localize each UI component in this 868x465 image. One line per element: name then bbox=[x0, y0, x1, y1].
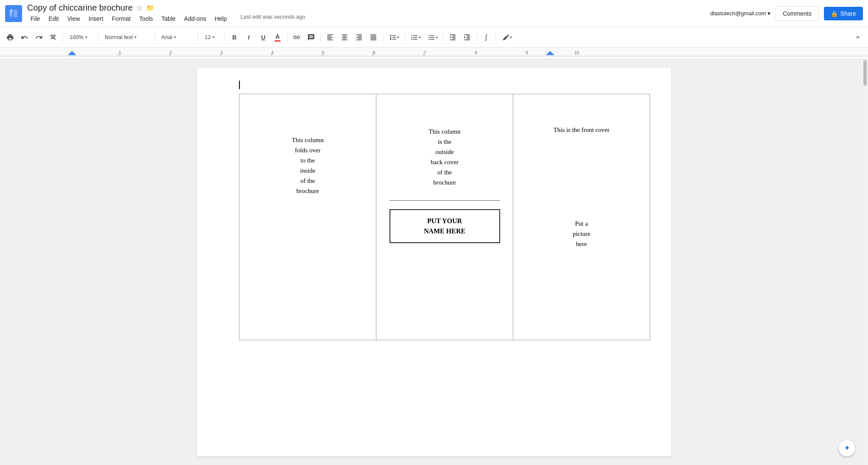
user-email[interactable]: dlastutech@gmail.com ▾ bbox=[710, 10, 771, 17]
col1-text: This columnfolds overto theinsideof theb… bbox=[292, 135, 323, 196]
formula-button[interactable]: ∫ bbox=[479, 31, 493, 44]
doc-title-area: Copy of chiccarine brochure ☆ 📁 File Edi… bbox=[27, 3, 710, 24]
svg-marker-6 bbox=[68, 51, 76, 55]
underline-button[interactable]: U bbox=[256, 31, 270, 44]
separator-2 bbox=[98, 32, 98, 42]
scrollbar[interactable] bbox=[862, 59, 868, 465]
paint-format-button[interactable] bbox=[47, 31, 60, 44]
svg-text:≡: ≡ bbox=[10, 13, 12, 18]
name-box[interactable]: PUT YOURNAME HERE bbox=[389, 209, 500, 243]
col3-picture-text: Put apicturehere bbox=[520, 218, 643, 249]
redo-button[interactable] bbox=[32, 31, 46, 44]
scrollbar-thumb[interactable] bbox=[863, 60, 867, 86]
separator-4 bbox=[198, 32, 198, 42]
col1-text-block: This columnfolds overto theinsideof theb… bbox=[246, 101, 369, 196]
col3-front-cover-text: This is the front cover bbox=[520, 126, 643, 134]
drawing-button[interactable]: ▾ bbox=[498, 31, 515, 44]
expand-button[interactable] bbox=[851, 31, 865, 44]
zoom-dropdown[interactable]: 100% ▾ bbox=[66, 31, 95, 44]
save-status: Last edit was seconds ago bbox=[240, 14, 305, 24]
name-box-text: PUT YOURNAME HERE bbox=[403, 216, 487, 236]
line-spacing-button[interactable]: ▾ bbox=[386, 31, 402, 44]
doc-title-row: Copy of chiccarine brochure ☆ 📁 bbox=[27, 3, 710, 13]
front-cover-label: This is the front cover bbox=[520, 126, 643, 134]
separator-6 bbox=[287, 32, 287, 42]
smart-compose-button[interactable]: ✦ bbox=[838, 440, 855, 457]
svg-text:10: 10 bbox=[574, 50, 579, 55]
svg-text:6: 6 bbox=[373, 50, 376, 55]
font-dropdown[interactable]: Arial ▾ bbox=[157, 31, 195, 44]
size-dropdown[interactable]: 12 ▾ bbox=[201, 31, 222, 44]
top-bar: ≡ Copy of chiccarine brochure ☆ 📁 File E… bbox=[0, 0, 868, 27]
svg-rect-3 bbox=[14, 10, 17, 17]
zoom-value: 100% bbox=[70, 34, 83, 40]
folder-icon[interactable]: 📁 bbox=[146, 4, 155, 12]
brochure-col3[interactable]: This is the front cover Put apicturehere bbox=[513, 94, 650, 340]
picture-label: Put apicturehere bbox=[520, 218, 643, 249]
svg-text:1: 1 bbox=[119, 50, 121, 55]
col2-text: This columnis theoutsideback coverof the… bbox=[428, 126, 460, 188]
ruler: 1 2 3 4 5 6 7 8 9 10 bbox=[0, 48, 868, 59]
svg-text:4: 4 bbox=[271, 50, 274, 55]
print-button[interactable] bbox=[3, 31, 17, 44]
separator-8 bbox=[383, 32, 383, 42]
separator-7 bbox=[320, 32, 321, 42]
italic-button[interactable]: I bbox=[242, 31, 256, 44]
brochure-col2[interactable]: This columnis theoutsideback coverof the… bbox=[376, 94, 513, 340]
text-color-button[interactable]: A bbox=[271, 31, 284, 44]
style-arrow: ▾ bbox=[134, 35, 136, 39]
menu-format[interactable]: Format bbox=[108, 14, 134, 24]
separator-9 bbox=[404, 32, 405, 42]
menu-insert[interactable]: Insert bbox=[85, 14, 107, 24]
menu-table[interactable]: Table bbox=[158, 14, 179, 24]
style-dropdown[interactable]: Normal text ▾ bbox=[101, 31, 152, 44]
menu-help[interactable]: Help bbox=[211, 14, 230, 24]
bullet-list-button[interactable]: ▾ bbox=[424, 31, 440, 44]
doc-title[interactable]: Copy of chiccarine brochure bbox=[27, 3, 133, 13]
menu-tools[interactable]: Tools bbox=[136, 14, 156, 24]
separator-11 bbox=[476, 32, 477, 42]
brochure-col1[interactable]: This columnfolds overto theinsideof theb… bbox=[239, 94, 376, 340]
svg-text:8: 8 bbox=[475, 50, 477, 55]
link-button[interactable] bbox=[290, 31, 303, 44]
indent-increase-button[interactable] bbox=[460, 31, 474, 44]
svg-text:9: 9 bbox=[526, 50, 528, 55]
menu-view[interactable]: View bbox=[64, 14, 83, 24]
comment-button[interactable] bbox=[304, 31, 318, 44]
ruler-inner: 1 2 3 4 5 6 7 8 9 10 bbox=[0, 48, 868, 59]
brochure-row: This columnfolds overto theinsideof theb… bbox=[239, 94, 650, 340]
undo-button[interactable] bbox=[18, 31, 31, 44]
star-icon[interactable]: ☆ bbox=[136, 3, 143, 13]
svg-text:3: 3 bbox=[220, 50, 223, 55]
svg-marker-7 bbox=[546, 51, 554, 55]
separator-10 bbox=[443, 32, 443, 42]
col2-content-block: This columnis theoutsideback coverof the… bbox=[383, 101, 506, 247]
separator-1 bbox=[63, 32, 63, 42]
size-value: 12 bbox=[205, 34, 211, 40]
separator-5 bbox=[225, 32, 225, 42]
menu-edit[interactable]: Edit bbox=[45, 14, 62, 24]
numbered-list-button[interactable]: ▾ bbox=[407, 31, 423, 44]
svg-text:5: 5 bbox=[322, 50, 325, 55]
justify-button[interactable] bbox=[367, 31, 380, 44]
indent-decrease-button[interactable] bbox=[446, 31, 459, 44]
menu-file[interactable]: File bbox=[27, 14, 44, 24]
app-icon[interactable]: ≡ bbox=[5, 5, 22, 22]
lock-icon: 🔒 bbox=[831, 10, 838, 17]
align-right-button[interactable] bbox=[352, 31, 366, 44]
font-arrow: ▾ bbox=[174, 35, 176, 39]
align-center-button[interactable] bbox=[338, 31, 351, 44]
align-left-button[interactable] bbox=[323, 31, 337, 44]
bold-button[interactable]: B bbox=[228, 31, 241, 44]
toolbar: 100% ▾ Normal text ▾ Arial ▾ 12 ▾ B I U … bbox=[0, 27, 868, 48]
comments-button[interactable]: Comments bbox=[776, 6, 819, 21]
share-button[interactable]: 🔒 Share bbox=[824, 7, 863, 20]
share-label: Share bbox=[840, 10, 856, 17]
top-right-area: dlastutech@gmail.com ▾ Comments 🔒 Share bbox=[710, 6, 863, 21]
size-arrow: ▾ bbox=[212, 35, 214, 39]
svg-text:2: 2 bbox=[170, 50, 172, 55]
doc-area[interactable]: This columnfolds overto theinsideof theb… bbox=[0, 59, 868, 465]
style-value: Normal text bbox=[105, 34, 133, 40]
svg-text:7: 7 bbox=[424, 50, 426, 55]
menu-addons[interactable]: Add-ons bbox=[181, 14, 209, 24]
